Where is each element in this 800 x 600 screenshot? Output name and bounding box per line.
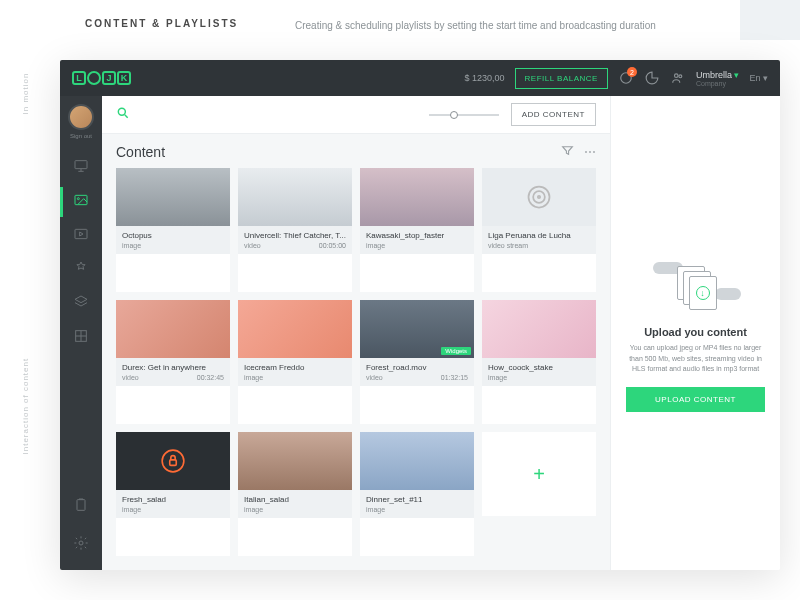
layers-icon — [73, 294, 89, 314]
monitor-icon — [73, 158, 89, 178]
play-icon — [73, 226, 89, 246]
upload-panel: ↓ Upload you content You can upload jpeg… — [610, 96, 780, 570]
card-title: Durex: Get in anywhere — [122, 363, 224, 372]
svg-point-14 — [162, 450, 184, 472]
widget-tag: Widgets — [441, 347, 471, 355]
main-panel: ADD CONTENT Content ⋯ OctopusimageUniver… — [102, 96, 610, 570]
stats-icon[interactable] — [644, 70, 660, 86]
content-card[interactable]: Italian_saladimage — [238, 432, 352, 556]
svg-point-1 — [674, 74, 678, 78]
svg-rect-3 — [75, 161, 87, 169]
logo[interactable]: LJK — [72, 71, 131, 85]
content-card[interactable]: Liga Peruana de Luchavideo stream — [482, 168, 596, 292]
card-type: image — [488, 374, 507, 381]
toolbar: ADD CONTENT — [102, 96, 610, 134]
card-title: Forest_road.mov — [366, 363, 468, 372]
search-icon[interactable] — [116, 106, 130, 123]
clipboard-icon — [73, 497, 89, 517]
card-title: Icecream Freddo — [244, 363, 346, 372]
card-title: Kawasaki_stop_faster — [366, 231, 468, 240]
users-icon[interactable] — [670, 70, 686, 86]
zoom-slider[interactable] — [429, 114, 499, 116]
card-title: How_coock_stake — [488, 363, 590, 372]
svg-rect-8 — [77, 500, 85, 511]
nav-dashboard[interactable] — [60, 153, 102, 183]
content-card[interactable]: Octopusimage — [116, 168, 230, 292]
content-card[interactable]: Fresh_saladimage — [116, 432, 230, 556]
svg-point-13 — [538, 196, 540, 198]
content-title: Content — [116, 144, 165, 160]
refill-balance-button[interactable]: REFILL BALANCE — [515, 68, 608, 89]
add-content-button[interactable]: ADD CONTENT — [511, 103, 596, 126]
card-duration: 00:05:00 — [319, 242, 346, 249]
topbar: LJK $ 1230,00 REFILL BALANCE 2 Umbrella … — [60, 60, 780, 96]
upload-description: You can upload jpeg or MP4 files no larg… — [626, 343, 765, 375]
nav-schedule[interactable] — [60, 323, 102, 353]
content-card[interactable]: Icecream Freddoimage — [238, 300, 352, 424]
svg-point-11 — [529, 187, 550, 208]
svg-point-2 — [679, 75, 682, 78]
svg-point-9 — [79, 541, 83, 545]
svg-point-5 — [77, 198, 79, 200]
nav-content[interactable] — [60, 187, 102, 217]
content-card[interactable]: WidgetsForest_road.movvideo01:32:15 — [360, 300, 474, 424]
upload-content-button[interactable]: UPLOAD CONTENT — [626, 387, 765, 412]
card-type: image — [366, 242, 385, 249]
card-title: Octopus — [122, 231, 224, 240]
nav-clipboard[interactable] — [60, 492, 102, 522]
filter-icon[interactable] — [561, 144, 574, 160]
notifications-icon[interactable]: 2 — [618, 70, 634, 86]
card-type: video stream — [488, 242, 528, 249]
svg-point-12 — [533, 191, 545, 203]
balance-amount: $ 1230,00 — [464, 73, 504, 83]
svg-point-10 — [118, 108, 125, 115]
content-card[interactable]: Univercell: Thief Catcher, T...video00:0… — [238, 168, 352, 292]
avatar[interactable] — [68, 104, 94, 130]
content-grid: OctopusimageUnivercell: Thief Catcher, T… — [102, 168, 610, 570]
content-card[interactable]: Kawasaki_stop_fasterimage — [360, 168, 474, 292]
download-arrow-icon: ↓ — [696, 286, 710, 300]
company-dropdown[interactable]: Umbrella ▾ Company — [696, 70, 740, 87]
grid-icon — [73, 328, 89, 348]
card-title: Liga Peruana de Lucha — [488, 231, 590, 240]
more-icon[interactable]: ⋯ — [584, 145, 596, 159]
upload-illustration: ↓ — [651, 254, 741, 314]
card-type: image — [122, 506, 141, 513]
upload-title: Upload you content — [644, 326, 747, 338]
side-label-motion: In motion — [21, 73, 30, 115]
nav-settings[interactable] — [60, 530, 102, 560]
card-title: Dinner_set_#11 — [366, 495, 468, 504]
card-type: image — [366, 506, 385, 513]
card-type: image — [122, 242, 141, 249]
content-card[interactable]: Durex: Get in anywherevideo00:32:45 — [116, 300, 230, 424]
nav-playlists[interactable] — [60, 221, 102, 251]
gear-icon — [73, 535, 89, 555]
card-type: image — [244, 374, 263, 381]
card-type: video — [122, 374, 139, 381]
svg-rect-6 — [75, 229, 87, 238]
card-type: video — [244, 242, 261, 249]
card-title: Fresh_salad — [122, 495, 224, 504]
card-title: Italian_salad — [244, 495, 346, 504]
svg-rect-15 — [170, 460, 177, 465]
content-card[interactable]: How_coock_stakeimage — [482, 300, 596, 424]
puzzle-icon — [73, 260, 89, 280]
notification-badge: 2 — [627, 67, 637, 77]
nav-widgets[interactable] — [60, 255, 102, 285]
content-card[interactable]: Dinner_set_#11image — [360, 432, 474, 556]
nav-layers[interactable] — [60, 289, 102, 319]
section-description: Creating & scheduling playlists by setti… — [295, 20, 656, 31]
card-type: video — [366, 374, 383, 381]
sidebar: Sign out — [60, 96, 102, 570]
card-type: image — [244, 506, 263, 513]
card-duration: 00:32:45 — [197, 374, 224, 381]
add-card-button[interactable]: + — [482, 432, 596, 516]
app-window: LJK $ 1230,00 REFILL BALANCE 2 Umbrella … — [60, 60, 780, 570]
signout-link[interactable]: Sign out — [70, 133, 92, 139]
card-duration: 01:32:15 — [441, 374, 468, 381]
side-label-interaction: Interaction of content — [21, 358, 30, 455]
language-dropdown[interactable]: En ▾ — [749, 73, 768, 83]
card-title: Univercell: Thief Catcher, T... — [244, 231, 346, 240]
image-icon — [73, 192, 89, 212]
